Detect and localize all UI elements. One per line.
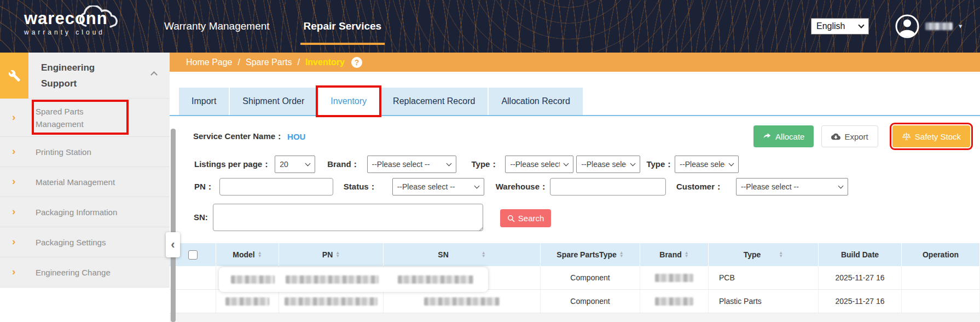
type-select-1[interactable]: --Please select --: [505, 156, 573, 173]
sidebar-item-label: Printing Station: [36, 146, 91, 158]
sn-textarea[interactable]: [213, 204, 483, 231]
row-checkbox-cell[interactable]: [170, 290, 216, 313]
sort-icon[interactable]: ▲▼: [685, 251, 689, 258]
brand-tagline: warranty cloud: [24, 28, 108, 36]
allocate-button[interactable]: Allocate: [753, 125, 814, 147]
safety-stock-button[interactable]: Safety Stock: [892, 125, 970, 147]
balance-scale-icon: [902, 132, 911, 141]
column-label: PN: [322, 250, 333, 259]
tab-replacement-record[interactable]: Replacement Record: [380, 88, 488, 115]
sidebar-item-engineering-change[interactable]: › Engineering Change: [0, 257, 170, 288]
cell-spare-parts-type: Component: [541, 290, 640, 313]
sort-icon[interactable]: ▲▼: [258, 251, 262, 258]
help-icon[interactable]: ?: [351, 57, 362, 68]
user-avatar[interactable]: [895, 14, 919, 38]
brand-select[interactable]: --Please select --: [367, 156, 456, 173]
language-select[interactable]: English: [811, 18, 869, 34]
export-button[interactable]: Export: [821, 125, 878, 147]
user-menu-caret-icon[interactable]: ▾: [959, 22, 962, 30]
status-label: Status：: [344, 182, 377, 192]
redacted-sn: [398, 275, 473, 284]
breadcrumb-spare-parts[interactable]: Spare Parts: [246, 58, 292, 67]
type2-select[interactable]: --Please select --: [675, 156, 739, 173]
column-label: Brand: [659, 250, 681, 259]
chevron-right-icon: ›: [12, 205, 15, 217]
breadcrumb-home[interactable]: Home Page: [186, 58, 233, 67]
listings-per-page-label: Listings per page：: [194, 159, 270, 170]
tab-strip: Import Shipment Order Inventory Replacem…: [170, 88, 980, 116]
sidebar-section-engineering-support[interactable]: Engineering Support: [0, 53, 170, 99]
pn-input[interactable]: [219, 178, 333, 196]
tab-allocation-record[interactable]: Allocation Record: [489, 88, 582, 115]
redacted-model: [231, 275, 275, 284]
column-label: Type: [744, 250, 761, 259]
sidebar-item-packaging-information[interactable]: › Packaging Information: [0, 197, 170, 227]
sn-label: SN:: [194, 212, 208, 222]
table-row[interactable]: Component Plastic Parts 2025-11-27 16: [170, 290, 980, 313]
table-header-row: Model ▲▼ PN ▲▼ SN ▲▼ Spare PartsType ▲▼ …: [170, 243, 980, 266]
allocate-label: Allocate: [775, 132, 804, 141]
brand-select-value: --Please select --: [372, 160, 430, 169]
type-select-2[interactable]: --Please select --: [576, 156, 640, 173]
chevron-right-icon: ›: [12, 145, 15, 157]
sidebar-item-label: Material Management: [36, 176, 115, 188]
warehouse-input[interactable]: [550, 178, 666, 196]
chevron-up-icon[interactable]: [150, 71, 158, 78]
breadcrumb-separator: /: [297, 58, 299, 67]
service-center-value[interactable]: HOU: [287, 132, 305, 141]
app-window: wareconn warranty cloud Warranty Managem…: [0, 0, 980, 322]
sort-icon[interactable]: ▲▼: [619, 251, 624, 258]
tab-inventory[interactable]: Inventory: [318, 88, 379, 115]
listings-per-page-select[interactable]: 20: [275, 156, 315, 173]
nav-label: Repair Services: [304, 20, 382, 32]
chevron-right-icon: ›: [12, 266, 15, 278]
header-sn[interactable]: SN ▲▼: [384, 243, 541, 266]
cell-operation: [902, 266, 980, 289]
nav-repair-services[interactable]: Repair Services: [304, 0, 382, 53]
tab-label: Inventory: [330, 96, 367, 106]
active-nav-underline: [300, 43, 385, 45]
breadcrumb-current: Inventory: [305, 58, 345, 67]
search-icon: [507, 215, 515, 222]
sidebar-item-label: Spared Parts Management: [36, 105, 130, 130]
tab-import[interactable]: Import: [179, 88, 229, 115]
select-all-checkbox[interactable]: [188, 250, 198, 260]
sidebar-item-spared-parts-management[interactable]: › Spared Parts Management: [0, 99, 170, 137]
redacted-sn: [424, 297, 500, 306]
search-label: Search: [518, 214, 544, 223]
sidebar-collapse-handle[interactable]: ‹: [166, 232, 180, 257]
filter-row-sn: SN: Search: [194, 204, 551, 231]
sidebar-item-label: Engineering Change: [36, 266, 111, 279]
main-content: Import Shipment Order Inventory Replacem…: [170, 72, 980, 322]
brand-logo[interactable]: wareconn warranty cloud: [24, 9, 108, 36]
header-brand[interactable]: Brand ▲▼: [640, 243, 709, 266]
header-build-date[interactable]: Build Date: [819, 243, 902, 266]
sidebar-item-printing-station[interactable]: › Printing Station: [0, 137, 170, 167]
sidebar-item-material-management[interactable]: › Material Management: [0, 167, 170, 197]
column-label: Model: [233, 250, 254, 259]
brand-name-text: wareconn: [24, 9, 108, 28]
status-select[interactable]: --Please select --: [392, 178, 484, 196]
filter-row-2: PN： Status： --Please select -- Warehouse…: [194, 177, 848, 196]
sort-icon[interactable]: ▲▼: [482, 251, 486, 258]
header-type[interactable]: Type ▲▼: [709, 243, 819, 266]
sort-icon[interactable]: ▲▼: [779, 251, 783, 258]
chevron-down-icon: [630, 161, 636, 166]
listings-per-page-value: 20: [280, 160, 288, 169]
header-pn[interactable]: PN ▲▼: [279, 243, 384, 266]
column-label: Spare PartsType: [556, 250, 616, 259]
sort-icon[interactable]: ▲▼: [335, 251, 340, 258]
search-button[interactable]: Search: [500, 209, 552, 227]
header-model[interactable]: Model ▲▼: [216, 243, 279, 266]
breadcrumb: Home Page / Spare Parts / Inventory ?: [170, 53, 980, 72]
tab-shipment-order[interactable]: Shipment Order: [230, 88, 317, 115]
vertical-scrollbar[interactable]: [171, 129, 176, 322]
customer-select[interactable]: --Please select --: [736, 178, 848, 196]
chevron-down-icon: [729, 161, 734, 166]
top-navigation: Warranty Management Repair Services: [164, 0, 381, 53]
sidebar-item-packaging-settings[interactable]: › Packaging Settings: [0, 227, 170, 257]
column-label: SN: [438, 250, 448, 259]
header-spare-parts-type[interactable]: Spare PartsType ▲▼: [541, 243, 640, 266]
row-checkbox-cell[interactable]: [170, 266, 216, 289]
nav-warranty-management[interactable]: Warranty Management: [164, 0, 270, 53]
